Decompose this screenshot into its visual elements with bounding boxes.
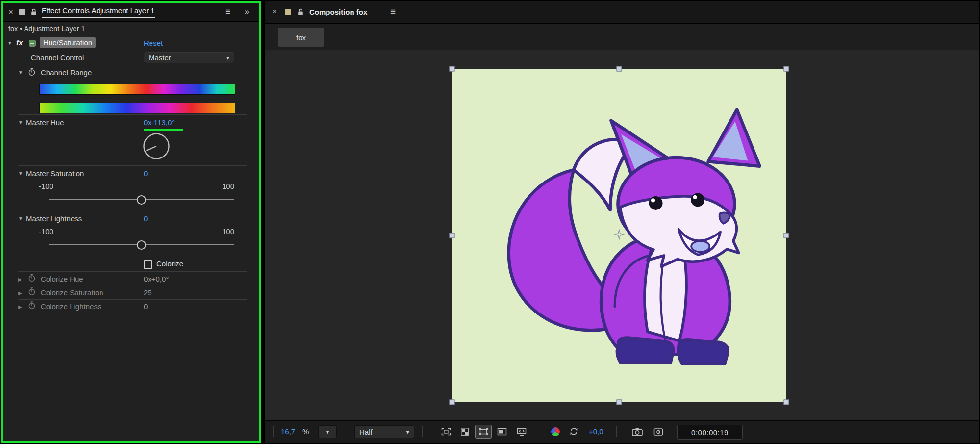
exposure-value[interactable]: +0,0 [589, 427, 603, 436]
magnification-value[interactable]: 16,7 [281, 427, 295, 436]
effect-controls-panel: × Effect Controls Adjustment Layer 1 ≡ »… [1, 1, 261, 443]
separator [345, 426, 345, 437]
panel-menu-icon[interactable]: ≡ [225, 7, 230, 16]
effect-icon [29, 40, 36, 49]
selection-handle[interactable] [617, 66, 622, 72]
colorize-saturation-label: Colorize Saturation [41, 288, 103, 297]
separator [18, 313, 247, 313]
resolution-value: Half [359, 428, 373, 436]
master-hue-label: Master Hue [26, 118, 64, 127]
lightness-slider-thumb[interactable] [137, 240, 146, 250]
separator [538, 426, 538, 437]
saturation-max-label: 100 [200, 182, 234, 190]
effect-name[interactable]: Hue/Saturation [40, 37, 96, 48]
master-hue-value[interactable]: 0x-113,0° [144, 118, 175, 127]
separator [18, 271, 247, 272]
colorize-checkbox[interactable] [144, 260, 152, 269]
colorize-hue-expand-icon[interactable]: ▶ [18, 277, 22, 282]
chevron-down-icon: ▾ [406, 428, 409, 436]
master-saturation-expand-icon[interactable]: ▼ [18, 171, 23, 176]
anchor-point-icon[interactable] [614, 229, 625, 242]
channel-range-expand-icon[interactable]: ▼ [18, 70, 23, 75]
selection-handle[interactable] [617, 400, 622, 405]
master-lightness-expand-icon[interactable]: ▼ [18, 216, 23, 221]
timecode-display[interactable]: 0:00:00:19 [677, 425, 743, 440]
selection-handle[interactable] [784, 66, 789, 72]
colorize-lightness-value: 0 [144, 302, 148, 311]
magnification-unit: % [302, 427, 309, 436]
colorize-hue-label: Colorize Hue [41, 275, 83, 283]
composition-color-swatch [285, 9, 291, 15]
composition-panel: × Composition fox ≡ fox [265, 1, 979, 443]
stopwatch-icon[interactable] [28, 287, 36, 298]
saturation-min-label: -100 [39, 182, 53, 190]
master-saturation-label: Master Saturation [26, 169, 84, 178]
stopwatch-icon[interactable] [28, 274, 36, 284]
separator [18, 209, 247, 209]
panel-menu-icon[interactable]: ≡ [390, 7, 396, 16]
separator [18, 255, 247, 255]
selection-handle[interactable] [450, 66, 455, 72]
effect-controls-tabbar: × Effect Controls Adjustment Layer 1 ≡ » [3, 3, 259, 22]
viewer-tab-fox[interactable]: fox [278, 28, 324, 47]
stopwatch-icon[interactable] [28, 68, 36, 78]
chevron-down-icon: ▾ [326, 428, 329, 436]
annotation-hue-underline [144, 129, 183, 131]
snapshot-camera-icon[interactable] [632, 427, 643, 436]
colorize-saturation-expand-icon[interactable]: ▶ [18, 290, 22, 296]
show-snapshot-icon[interactable] [653, 427, 663, 436]
close-panel-icon[interactable]: × [8, 8, 13, 16]
lightness-min-label: -100 [39, 227, 53, 235]
reset-button[interactable]: Reset [144, 39, 163, 47]
tab-effect-controls[interactable]: Effect Controls Adjustment Layer 1 [42, 6, 155, 18]
lock-icon[interactable] [298, 8, 303, 18]
separator [18, 286, 247, 286]
effect-expand-icon[interactable]: ▼ [7, 40, 12, 46]
selection-handle[interactable] [450, 233, 455, 238]
colorize-lightness-expand-icon[interactable]: ▶ [18, 304, 22, 310]
channel-range-label: Channel Range [41, 68, 92, 77]
lock-icon[interactable] [31, 8, 37, 18]
master-lightness-value[interactable]: 0 [144, 214, 148, 223]
close-panel-icon[interactable]: × [272, 7, 277, 16]
colorize-label: Colorize [156, 260, 183, 268]
stopwatch-icon[interactable] [28, 301, 36, 312]
tab-composition[interactable]: Composition fox [309, 8, 367, 16]
composition-viewer [265, 50, 979, 420]
region-of-interest-button[interactable] [438, 425, 454, 439]
colorize-lightness-label: Colorize Lightness [41, 302, 101, 311]
mini-flowchart-button[interactable] [513, 425, 530, 439]
separator [18, 299, 247, 300]
channel-control-label: Channel Control [31, 53, 84, 62]
channel-control-value: Master [149, 53, 171, 62]
selection-handle[interactable] [450, 400, 455, 405]
master-saturation-value[interactable]: 0 [144, 169, 148, 178]
mask-path-visibility-button[interactable] [475, 425, 492, 439]
separator [18, 114, 247, 115]
master-lightness-label: Master Lightness [26, 214, 82, 223]
separator [18, 165, 247, 166]
channel-range-spectrum-top [39, 84, 235, 95]
overflow-tabs-icon[interactable]: » [245, 7, 249, 16]
separator [616, 426, 617, 437]
guides-rulers-button[interactable] [494, 425, 510, 439]
transparency-grid-button[interactable] [456, 425, 473, 439]
color-management-icon[interactable] [551, 427, 560, 437]
channel-control-dropdown[interactable]: Master ▾ [144, 52, 234, 63]
composition-toolbar: 16,7 % ▾ Half ▾ [265, 420, 979, 443]
hue-dial[interactable] [142, 132, 171, 162]
separator [3, 51, 259, 51]
saturation-slider-thumb[interactable] [137, 195, 146, 205]
selection-handle[interactable] [784, 233, 789, 238]
fx-toggle-icon[interactable]: fx [16, 38, 23, 47]
colorize-saturation-value: 25 [144, 288, 152, 297]
after-effects-window: × Effect Controls Adjustment Layer 1 ≡ »… [0, 0, 980, 444]
channel-range-spectrum-bottom [39, 103, 235, 113]
magnification-dropdown[interactable]: ▾ [318, 425, 337, 438]
separator [273, 426, 274, 437]
selection-handle[interactable] [784, 400, 789, 405]
resolution-dropdown[interactable]: Half ▾ [354, 425, 414, 438]
reset-exposure-icon[interactable] [569, 427, 578, 436]
master-hue-expand-icon[interactable]: ▼ [18, 120, 23, 125]
panel-icon [19, 9, 25, 15]
